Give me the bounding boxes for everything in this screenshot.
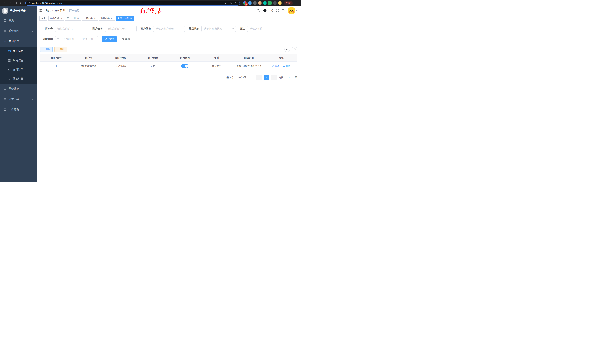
tab-close-icon[interactable]: ×: [130, 17, 132, 20]
tab-label: 退款订单: [101, 17, 109, 20]
sidebar-item-label: 系统管理: [9, 29, 29, 33]
sidebar-item-workflow[interactable]: 工作流程: [0, 104, 36, 115]
cell-merchant-no: M233666999: [72, 62, 104, 71]
sidebar-item-refund-orders[interactable]: 退款订单: [0, 74, 36, 84]
status-toggle[interactable]: [181, 64, 189, 68]
next-page-button[interactable]: [271, 75, 277, 80]
breadcrumb: 首页 / 支付管理 / 商户信息: [45, 9, 79, 12]
sidebar-item-payment[interactable]: ¥ 支付管理: [0, 36, 36, 46]
edit-link[interactable]: 修改: [272, 64, 280, 68]
avatar[interactable]: [288, 7, 295, 14]
app-logo[interactable]: 芋道管理系统: [0, 6, 36, 15]
chevron-right-icon: [273, 76, 275, 79]
sidebar-item-home[interactable]: 首页: [0, 15, 36, 26]
toolbox-icon: [3, 98, 7, 101]
reset-button[interactable]: 重置: [119, 36, 133, 42]
sidebar-item-merchant-info[interactable]: 商户信息: [0, 46, 36, 56]
browser-back-button[interactable]: [2, 0, 7, 6]
extension-icon-4[interactable]: [258, 1, 261, 5]
yen-icon: ¥: [3, 40, 7, 43]
pagination: 共 1 条 10条/页 1 前往 页: [40, 75, 297, 80]
tab-user-group[interactable]: 用户分组 ×: [65, 16, 81, 21]
extension-icon-6[interactable]: [268, 1, 271, 5]
cell-actions: 修改 删除: [265, 62, 297, 71]
tab-refund-orders[interactable]: 退款订单 ×: [99, 16, 115, 21]
extension-icon-2[interactable]: [248, 1, 251, 5]
search-button[interactable]: 搜索: [102, 36, 117, 42]
fullscreen-icon[interactable]: [276, 9, 279, 12]
browser-update-button[interactable]: 更新: [284, 1, 293, 5]
reset-button-label: 重置: [125, 37, 130, 41]
navbar-actions: ? TT: [257, 7, 298, 14]
sidebar-item-infrastructure[interactable]: 基础设施: [0, 84, 36, 94]
bookmark-star-icon[interactable]: [233, 1, 238, 5]
remark-input[interactable]: [247, 26, 283, 32]
breadcrumb-separator: /: [52, 9, 53, 12]
tab-merchant-info-active[interactable]: 商户信息 ×: [116, 16, 134, 21]
font-size-icon[interactable]: TT: [282, 9, 285, 12]
breadcrumb-item-payment[interactable]: 支付管理: [55, 9, 65, 12]
prev-page-button[interactable]: [256, 75, 262, 80]
short-name-input[interactable]: [153, 26, 185, 32]
export-button[interactable]: 导出: [54, 47, 67, 52]
page-number-1[interactable]: 1: [264, 75, 269, 80]
tab-process-form[interactable]: 流程表单 ×: [48, 16, 64, 21]
browser-reload-button[interactable]: [13, 0, 19, 6]
extension-icon-5[interactable]: [263, 1, 267, 5]
page-info-icon[interactable]: [27, 2, 30, 4]
sidebar-item-label: 应用信息: [13, 59, 34, 62]
sidebar-fold-icon[interactable]: [39, 9, 43, 12]
sidebar-item-system[interactable]: 系统管理: [0, 26, 36, 36]
refresh-table-icon-button[interactable]: [292, 46, 297, 52]
gear-icon: [3, 30, 7, 32]
form-item-remark: 备注: [240, 26, 283, 32]
logo-avatar: [2, 8, 8, 13]
share-icon[interactable]: [228, 1, 233, 5]
monitor-icon: [3, 87, 7, 90]
extension-icon-3[interactable]: [253, 1, 257, 5]
breadcrumb-item-home[interactable]: 首页: [45, 9, 51, 12]
create-time-range-picker[interactable]: 开始日期 - 结束日期: [55, 36, 98, 42]
delete-link[interactable]: 删除: [283, 64, 290, 68]
sidebar-item-app-info[interactable]: 应用信息: [0, 56, 36, 65]
browser-menu-icon[interactable]: [294, 0, 299, 6]
extension-icon-7[interactable]: [273, 1, 277, 5]
sidebar-item-pay-orders[interactable]: 支付订单: [0, 65, 36, 74]
tab-close-icon[interactable]: ×: [60, 17, 63, 20]
page-unit-label: 页: [295, 76, 297, 79]
sidebar-item-dev-tools[interactable]: 研发工具: [0, 94, 36, 104]
table-toolbar: 新增 导出: [40, 46, 297, 52]
tab-close-icon[interactable]: ×: [77, 17, 79, 20]
calendar-icon: [57, 38, 60, 40]
browser-home-button[interactable]: [19, 0, 24, 6]
user-menu[interactable]: [288, 7, 298, 14]
toggle-search-icon-button[interactable]: [284, 46, 290, 52]
tab-pay-orders[interactable]: 支付订单 ×: [82, 16, 98, 21]
extension-icon-8[interactable]: [278, 1, 281, 5]
chevron-down-icon: [31, 108, 34, 111]
page-size-value: 10条/页: [238, 76, 246, 79]
address-bar[interactable]: localhost:1024/pay/merchant: [25, 1, 240, 6]
tab-close-icon[interactable]: ×: [94, 17, 96, 20]
github-icon[interactable]: [263, 9, 267, 12]
browser-forward-button[interactable]: [7, 0, 13, 6]
status-select[interactable]: [202, 26, 236, 32]
password-key-icon[interactable]: [223, 1, 228, 5]
full-name-input[interactable]: [105, 26, 137, 32]
goto-page-input[interactable]: [285, 75, 293, 80]
add-button[interactable]: 新增: [40, 47, 53, 52]
chevron-left-icon: [258, 76, 260, 79]
page-size-select[interactable]: 10条/页: [236, 75, 255, 80]
tab-home[interactable]: 首页: [40, 16, 47, 21]
briefcase-icon: [3, 108, 7, 111]
help-icon[interactable]: ?: [270, 9, 273, 12]
extensions-area: 10: [243, 1, 281, 5]
column-header: 商户编号: [40, 54, 72, 62]
extension-icon-1[interactable]: 10: [243, 1, 247, 5]
extension-badge: 10: [245, 3, 248, 6]
tab-close-icon[interactable]: ×: [110, 17, 113, 20]
header-search-icon[interactable]: [257, 9, 260, 12]
column-header: 商户全称: [105, 54, 137, 62]
status-select-input[interactable]: [202, 26, 236, 32]
merchant-no-input[interactable]: [55, 26, 88, 32]
